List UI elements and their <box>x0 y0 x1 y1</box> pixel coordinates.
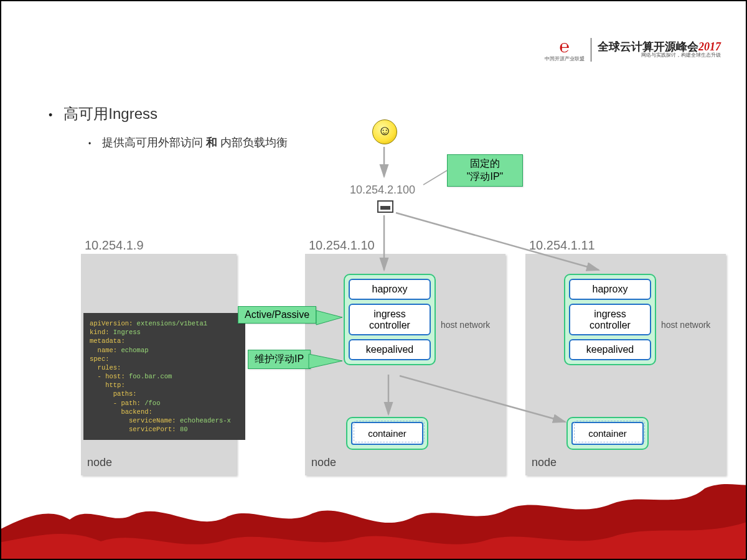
node-2-host-network-label: host network <box>441 320 490 330</box>
event-logo: ℮ 中国开源产业联盟 全球云计算开源峰会2017 网络与实践探讨，构建全球生态升… <box>545 37 721 62</box>
keepalived-note-label: 维护浮动IP <box>248 350 311 369</box>
divider <box>591 38 591 62</box>
bullet-subtitle: •提供高可用外部访问 和 内部负载均衡 <box>88 135 288 150</box>
bullet-dot-icon: • <box>49 109 52 121</box>
floating-ip-label: 固定的 "浮动IP" <box>447 154 523 187</box>
logo-year: 2017 <box>698 40 721 53</box>
container-box: container <box>351 422 423 445</box>
vip-ip-text: 10.254.2.100 <box>350 184 415 197</box>
container-box: container <box>571 422 644 445</box>
node-2-container-pod: container <box>346 417 428 450</box>
ingress-yaml: apiVersion: extensions/v1beta1 kind: Ing… <box>83 313 245 440</box>
node-3-ingress-pod: haproxy ingress controller keepalived <box>564 274 656 365</box>
nic-icon <box>377 200 393 213</box>
bullet-title: •高可用Ingress <box>49 104 157 124</box>
node-3-container-pod: container <box>566 417 649 450</box>
user-smiley-icon: ☺ <box>372 119 397 144</box>
mountain-decoration <box>0 467 747 560</box>
node-3-host-network-label: host network <box>661 320 710 330</box>
ingress-controller-box: ingress controller <box>349 304 431 335</box>
logo-subtext-left: 中国开源产业联盟 <box>545 57 585 62</box>
node-2: 10.254.1.10 node haproxy ingress control… <box>305 254 505 475</box>
node-3-ip: 10.254.1.11 <box>529 238 595 253</box>
haproxy-box: haproxy <box>349 279 431 300</box>
haproxy-box: haproxy <box>569 279 651 300</box>
keepalived-box: keepalived <box>349 339 431 360</box>
logo-mark-icon: ℮ <box>545 37 585 57</box>
logo-title: 全球云计算开源峰会 <box>598 40 698 53</box>
node-3: 10.254.1.11 node haproxy ingress control… <box>525 254 726 475</box>
active-passive-label: Active/Passive <box>238 306 316 324</box>
logo-subtext-right: 网络与实践探讨，构建全球生态升级 <box>598 53 721 58</box>
connector-floatlabel <box>423 170 447 185</box>
keepalived-box: keepalived <box>569 339 651 360</box>
node-1-ip: 10.254.1.9 <box>85 238 144 253</box>
node-2-ingress-pod: haproxy ingress controller keepalived <box>344 274 436 365</box>
ingress-controller-box: ingress controller <box>569 304 651 335</box>
node-1: 10.254.1.9 node apiVersion: extensions/v… <box>81 254 237 475</box>
slide: ℮ 中国开源产业联盟 全球云计算开源峰会2017 网络与实践探讨，构建全球生态升… <box>0 0 747 560</box>
bullet-dot-icon: • <box>88 139 91 148</box>
node-2-ip: 10.254.1.10 <box>309 238 375 253</box>
